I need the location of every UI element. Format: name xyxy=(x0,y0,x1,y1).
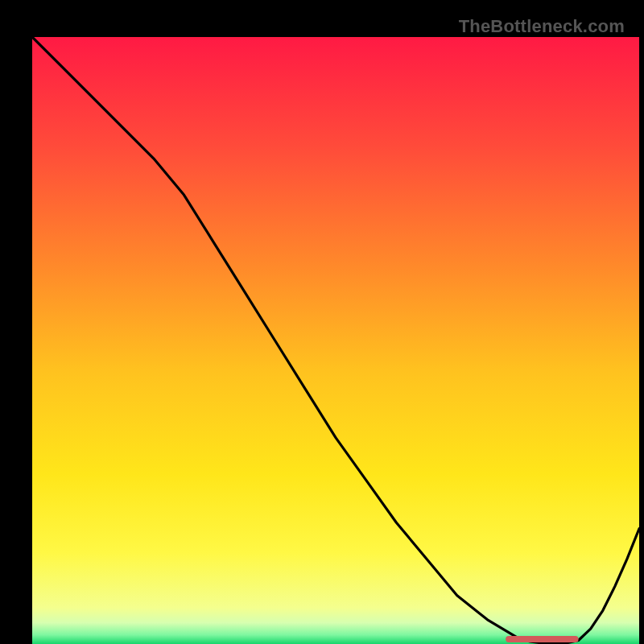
highlight-segment xyxy=(506,636,578,642)
chart-svg xyxy=(32,37,639,644)
watermark-text: TheBottleneck.com xyxy=(459,16,625,37)
plot-area xyxy=(32,37,639,644)
chart-frame: TheBottleneck.com xyxy=(16,16,628,628)
